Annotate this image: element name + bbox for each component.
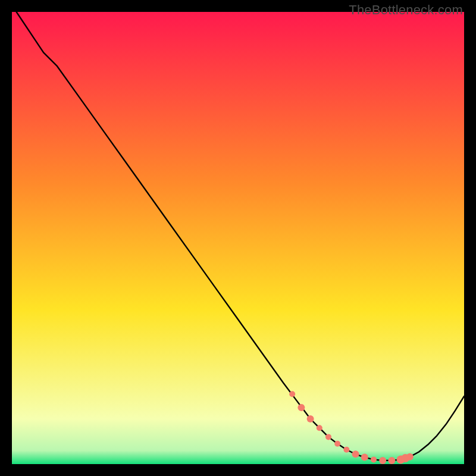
marker-dot xyxy=(379,457,386,464)
marker-dot xyxy=(289,391,295,397)
marker-dot xyxy=(325,434,331,440)
chart-frame xyxy=(12,12,464,464)
marker-dot xyxy=(352,450,359,458)
marker-dot xyxy=(371,456,377,462)
chart-svg xyxy=(12,12,464,464)
marker-dot xyxy=(317,425,322,431)
marker-dot xyxy=(388,457,395,464)
marker-dot xyxy=(343,447,349,453)
marker-dot xyxy=(298,404,305,411)
marker-dot xyxy=(334,441,340,447)
marker-dot xyxy=(361,454,368,461)
attribution-text: TheBottleneck.com xyxy=(349,2,463,18)
marker-dot xyxy=(406,453,414,461)
gradient-background xyxy=(12,12,464,464)
marker-dot xyxy=(307,415,314,422)
